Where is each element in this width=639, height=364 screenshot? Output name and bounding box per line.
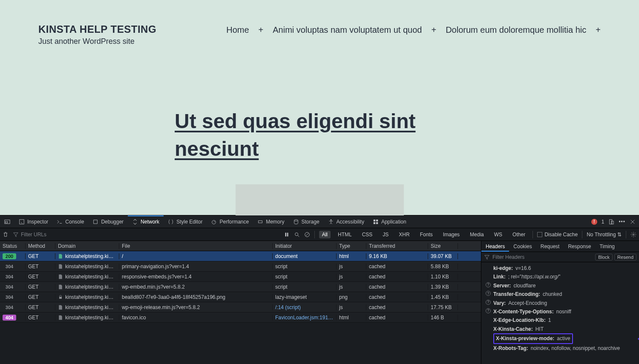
cell-method: GET — [26, 264, 55, 269]
filter-ws[interactable]: WS — [491, 231, 505, 238]
filter-js[interactable]: JS — [380, 231, 391, 238]
col-file[interactable]: File — [119, 243, 273, 249]
error-count[interactable]: 1 — [602, 219, 604, 225]
table-row[interactable]: 304GETkinstahelptesting.ki…wp-embed.min.… — [0, 282, 481, 292]
site-title[interactable]: KINSTA HELP TESTING — [38, 23, 156, 35]
submenu-toggle[interactable]: + — [596, 25, 601, 35]
block-button[interactable]: Block — [595, 254, 613, 261]
filter-headers-input[interactable]: Filter Headers — [492, 254, 524, 260]
response-header-row: ?Server:cloudflare — [493, 281, 636, 290]
tab-performance[interactable]: Performance — [207, 215, 253, 228]
filter-media[interactable]: Media — [467, 231, 487, 238]
tab-memory[interactable]: Memory — [253, 215, 288, 228]
cell-initiator: document — [273, 253, 337, 259]
search-icon[interactable] — [294, 232, 300, 238]
info-icon[interactable]: ? — [486, 308, 491, 313]
trash-icon[interactable] — [3, 232, 9, 238]
submenu-toggle[interactable]: + — [431, 25, 436, 35]
details-tab-cookies[interactable]: Cookies — [509, 241, 536, 252]
post-title-link[interactable]: Ut sed quas eligendi sint nesciunt — [175, 108, 464, 163]
tab-accessibility[interactable]: Accessibility — [324, 215, 368, 228]
filter-urls-input[interactable]: Filter URLs — [13, 232, 46, 238]
filter-css[interactable]: CSS — [359, 231, 376, 238]
rdm-toggle-icon[interactable] — [608, 219, 614, 225]
nav-home[interactable]: Home — [226, 25, 249, 35]
col-method[interactable]: Method — [26, 243, 55, 249]
pause-icon[interactable] — [284, 232, 290, 238]
col-domain[interactable]: Domain — [55, 243, 119, 249]
details-tab-headers[interactable]: Headers — [481, 241, 509, 252]
header-value: nosniff — [556, 307, 571, 316]
col-initiator[interactable]: Initiator — [273, 243, 337, 249]
table-row[interactable]: 304GETkinstahelptesting.ki…wp-emoji-rele… — [0, 302, 481, 312]
col-status[interactable]: Status — [0, 243, 26, 249]
cell-type: js — [337, 304, 366, 310]
tab-console[interactable]: Console — [52, 215, 88, 228]
filter-xhr[interactable]: XHR — [396, 231, 412, 238]
col-size[interactable]: Size — [428, 243, 458, 249]
response-headers-list: ki-edge:v=16.6Link:; rel="https://api.w.… — [481, 262, 639, 364]
svg-rect-12 — [611, 221, 613, 224]
cell-initiator[interactable]: FaviconLoader.jsm:191 … — [273, 315, 337, 321]
nav-item-2[interactable]: Dolorum eum doloremque mollitia hic — [446, 25, 586, 35]
cell-file: favicon.ico — [119, 315, 273, 321]
cell-type: js — [337, 274, 366, 280]
tab-inspector[interactable]: Inspector — [14, 215, 52, 228]
disable-cache-label: Disable Cache — [544, 232, 578, 238]
table-row[interactable]: 404GETkinstahelptesting.ki…favicon.icoFa… — [0, 312, 481, 323]
tab-style-editor-label: Style Editor — [176, 219, 202, 225]
cell-method: GET — [26, 274, 55, 280]
cell-size: 39.07 KB — [428, 253, 458, 259]
network-main: Status Method Domain File Initiator Type… — [0, 241, 639, 364]
iframe-picker-button[interactable] — [0, 215, 14, 228]
details-tab-timing[interactable]: Timing — [595, 241, 619, 252]
tab-network[interactable]: Network — [128, 215, 164, 228]
svg-rect-13 — [285, 232, 286, 236]
filter-all[interactable]: All — [319, 231, 331, 238]
tab-style-editor[interactable]: Style Editor — [164, 215, 207, 228]
tab-application[interactable]: Application — [368, 215, 411, 228]
svg-point-15 — [295, 232, 298, 235]
kebab-menu-icon[interactable]: ••• — [619, 219, 625, 225]
cell-size: 1.10 KB — [428, 274, 458, 280]
filter-html[interactable]: HTML — [335, 231, 355, 238]
submenu-toggle[interactable]: + — [259, 25, 264, 35]
info-icon[interactable]: ? — [486, 291, 491, 296]
wordpress-site: KINSTA HELP TESTING Just another WordPre… — [0, 0, 639, 215]
filter-fonts[interactable]: Fonts — [417, 231, 436, 238]
nav-item-1[interactable]: Animi voluptas nam voluptatem ut quod — [273, 25, 422, 35]
cell-size: 1.45 KB — [428, 294, 458, 300]
table-row[interactable]: 304GETkinstahelptesting.ki…responsive-em… — [0, 272, 481, 282]
table-row[interactable]: 304GETkinstahelptesting.ki…bea8d807-f7e9… — [0, 292, 481, 302]
block-icon[interactable] — [304, 232, 310, 238]
info-icon[interactable]: ? — [486, 282, 491, 287]
resend-button[interactable]: Resend — [614, 254, 636, 261]
cell-transferred: cached — [366, 315, 428, 321]
error-count-icon[interactable]: ! — [591, 219, 597, 225]
info-icon[interactable]: ? — [486, 300, 491, 305]
cell-initiator[interactable]: /:14 (script) — [273, 304, 337, 310]
response-header-row: X-Kinsta-Cache:HIT — [493, 325, 636, 333]
col-transferred[interactable]: Transferred — [366, 243, 428, 249]
details-tab-request[interactable]: Request — [536, 241, 564, 252]
gear-icon[interactable] — [630, 232, 636, 238]
tab-storage[interactable]: Storage — [289, 215, 324, 228]
cell-method: GET — [26, 253, 55, 259]
filter-other[interactable]: Other — [509, 231, 528, 238]
cell-status: 200 — [0, 253, 26, 259]
disable-cache-checkbox[interactable]: Disable Cache — [537, 232, 578, 238]
close-devtools-icon[interactable] — [630, 219, 636, 225]
details-tab-response[interactable]: Response — [564, 241, 595, 252]
svg-rect-8 — [376, 219, 378, 221]
cell-type: png — [337, 294, 366, 300]
col-type[interactable]: Type — [337, 243, 366, 249]
cell-method: GET — [26, 304, 55, 310]
filter-images[interactable]: Images — [440, 231, 463, 238]
cell-file: bea8d807-f7e9-3aa0-a4f6-18f45257a196.png — [119, 294, 273, 300]
cell-status: 304 — [0, 264, 26, 269]
table-row[interactable]: 304GETkinstahelptesting.ki…primary-navig… — [0, 261, 481, 272]
tab-debugger[interactable]: Debugger — [88, 215, 128, 228]
table-row[interactable]: 200GETkinstahelptesting.ki…/documenthtml… — [0, 251, 481, 261]
header-name: X-Robots-Tag: — [493, 344, 528, 353]
throttling-select[interactable]: No Throttling ⇅ — [587, 232, 622, 238]
